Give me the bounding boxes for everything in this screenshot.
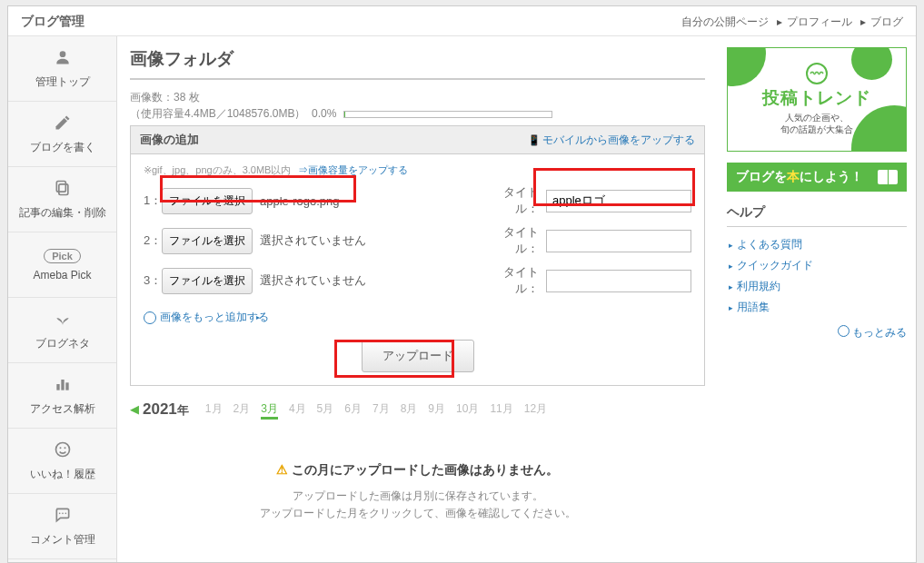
usage-bar bbox=[343, 111, 552, 118]
nav-label: ブログネタ bbox=[35, 336, 90, 351]
month-tab[interactable]: 7月 bbox=[373, 402, 390, 415]
month-tab[interactable]: 4月 bbox=[289, 402, 306, 415]
promo-title: 投稿トレンド bbox=[728, 86, 906, 110]
add-image-panel: 画像の追加 モバイルから画像をアップする ※gif、jpg、pngのみ、3.0M… bbox=[130, 125, 705, 386]
selected-filename: 選択されていません bbox=[260, 232, 366, 249]
month-tab[interactable]: 9月 bbox=[428, 402, 445, 415]
title-input[interactable] bbox=[546, 270, 691, 292]
title-label: タイトル： bbox=[484, 264, 539, 297]
nav-edit[interactable]: 記事の編集・削除 bbox=[8, 167, 116, 232]
svg-rect-1 bbox=[58, 183, 67, 194]
nav-write[interactable]: ブログを書く bbox=[8, 102, 116, 167]
month-nav: ◀ 2021年 1月2月3月4月5月6月7月8月9月10月11月12月 bbox=[130, 400, 705, 419]
file-row-2: 2： ファイルを選択 選択されていません タイトル： bbox=[144, 224, 691, 257]
usage-text: （使用容量4.4MB／1048576.0MB） bbox=[130, 107, 305, 120]
svg-point-8 bbox=[64, 447, 65, 449]
sidebar: 管理トップ ブログを書く 記事の編集・削除 Pick Ameba Pick ブロ… bbox=[8, 36, 117, 562]
nav-analytics[interactable]: アクセス解析 bbox=[8, 363, 116, 429]
title-label: タイトル： bbox=[484, 224, 539, 257]
help-box: ヘルプ よくある質問クイックガイド利用規約用語集 もっとみる bbox=[727, 204, 907, 341]
nav-pick[interactable]: Pick Ameba Pick bbox=[8, 232, 116, 298]
svg-point-7 bbox=[59, 447, 61, 449]
pick-badge: Pick bbox=[44, 249, 81, 263]
main-content: 画像フォルダ 画像数：38 枚 （使用容量4.4MB／1048576.0MB） … bbox=[117, 36, 718, 562]
crumb-mypage[interactable]: 自分の公開ページ bbox=[681, 15, 769, 28]
person-icon bbox=[54, 48, 72, 71]
nav-label: 記事の編集・削除 bbox=[19, 205, 106, 221]
month-tab[interactable]: 2月 bbox=[233, 402, 251, 415]
help-link[interactable]: よくある質問 bbox=[727, 234, 907, 255]
choose-file-button[interactable]: ファイルを選択 bbox=[162, 228, 253, 254]
help-link[interactable]: 利用規約 bbox=[727, 276, 907, 297]
trend-icon: 〰 bbox=[806, 63, 828, 84]
upload-note: ※gif、jpg、pngのみ、3.0MB以内 bbox=[144, 164, 291, 175]
prev-year-arrow[interactable]: ◀ bbox=[130, 402, 139, 416]
crumb-blog[interactable]: ブログ bbox=[870, 15, 903, 28]
book-banner[interactable]: ブログを本にしよう！ bbox=[727, 163, 907, 192]
upload-button[interactable]: アップロード bbox=[362, 340, 474, 372]
nav-label: 管理トップ bbox=[35, 74, 90, 90]
svg-rect-2 bbox=[56, 181, 65, 192]
nav-label: いいね！履歴 bbox=[30, 467, 95, 482]
nav-likes[interactable]: いいね！履歴 bbox=[8, 429, 116, 494]
month-tab[interactable]: 10月 bbox=[456, 402, 479, 415]
empty-main: この月にアップロードした画像はありません。 bbox=[130, 462, 705, 479]
svg-rect-5 bbox=[65, 382, 68, 390]
file-row-3: 3： ファイルを選択 選択されていません タイトル： bbox=[144, 264, 691, 297]
copy-icon bbox=[54, 179, 72, 202]
help-more-link[interactable]: もっとみる bbox=[727, 325, 907, 341]
title-label: タイトル： bbox=[484, 184, 539, 217]
add-more-link[interactable]: 画像をもっと追加する bbox=[144, 310, 265, 325]
choose-file-button[interactable]: ファイルを選択 bbox=[162, 268, 253, 294]
mobile-upload-link[interactable]: モバイルから画像をアップする bbox=[528, 133, 695, 148]
nav-admin-top[interactable]: 管理トップ bbox=[8, 36, 116, 102]
file-row-1: 1： ファイルを選択 apple-rogo.png タイトル： bbox=[144, 184, 691, 217]
svg-rect-4 bbox=[61, 380, 64, 390]
crumb-profile[interactable]: プロフィール bbox=[787, 15, 852, 28]
nav-comments[interactable]: コメント管理 bbox=[8, 494, 116, 559]
year-label: 2021年 bbox=[143, 400, 189, 419]
page-section-title: ブログ管理 bbox=[21, 14, 84, 30]
month-tab[interactable]: 12月 bbox=[524, 402, 547, 415]
pencil-icon bbox=[54, 114, 72, 136]
nav-label: コメント管理 bbox=[30, 532, 95, 548]
month-tab[interactable]: 5月 bbox=[317, 402, 334, 415]
svg-point-6 bbox=[55, 442, 69, 456]
selected-filename: apple-rogo.png bbox=[260, 194, 339, 208]
breadcrumb: 自分の公開ページ ▸ プロフィール ▸ ブログ bbox=[681, 15, 903, 30]
right-rail: 〰 投稿トレンド 人気の企画や、旬の話題が大集合 ブログを本にしよう！ ヘルプ … bbox=[718, 36, 916, 562]
svg-rect-3 bbox=[56, 384, 59, 390]
title-input[interactable] bbox=[546, 230, 691, 252]
svg-point-0 bbox=[59, 51, 65, 57]
smile-icon bbox=[54, 440, 72, 463]
month-tab[interactable]: 8月 bbox=[401, 402, 418, 415]
panel-title: 画像の追加 bbox=[140, 132, 199, 148]
empty-sub: アップロードした画像は月別に保存されています。 アップロードした月をクリックして… bbox=[130, 488, 705, 522]
nav-label: ブログを書く bbox=[30, 140, 95, 155]
page-title: 画像フォルダ bbox=[130, 47, 705, 80]
selected-filename: 選択されていません bbox=[260, 272, 366, 289]
nav-label: アクセス解析 bbox=[30, 401, 95, 417]
book-icon bbox=[878, 170, 898, 184]
nav-topics[interactable]: ブログネタ bbox=[8, 298, 116, 363]
upgrade-link[interactable]: ⇒画像容量をアップする bbox=[298, 164, 408, 175]
title-input[interactable] bbox=[546, 190, 691, 212]
svg-point-11 bbox=[65, 512, 66, 514]
image-count: 画像数：38 枚 bbox=[130, 91, 200, 104]
trend-promo[interactable]: 〰 投稿トレンド 人気の企画や、旬の話題が大集合 bbox=[727, 47, 907, 152]
help-link[interactable]: 用語集 bbox=[727, 297, 907, 318]
chat-icon bbox=[54, 506, 72, 528]
svg-point-10 bbox=[62, 512, 64, 514]
month-tab[interactable]: 1月 bbox=[205, 402, 223, 415]
choose-file-button[interactable]: ファイルを選択 bbox=[162, 188, 253, 214]
bars-icon bbox=[54, 375, 72, 398]
month-tab[interactable]: 6月 bbox=[344, 402, 362, 415]
sprout-icon bbox=[54, 310, 72, 332]
month-tab[interactable]: 3月 bbox=[261, 402, 278, 420]
nav-label: Ameba Pick bbox=[33, 269, 91, 282]
empty-state: この月にアップロードした画像はありません。 アップロードした画像は月別に保存され… bbox=[130, 462, 705, 522]
help-link[interactable]: クイックガイド bbox=[727, 255, 907, 276]
usage-percent: 0.0% bbox=[312, 107, 336, 120]
month-tab[interactable]: 11月 bbox=[490, 402, 512, 415]
svg-point-9 bbox=[58, 512, 60, 514]
